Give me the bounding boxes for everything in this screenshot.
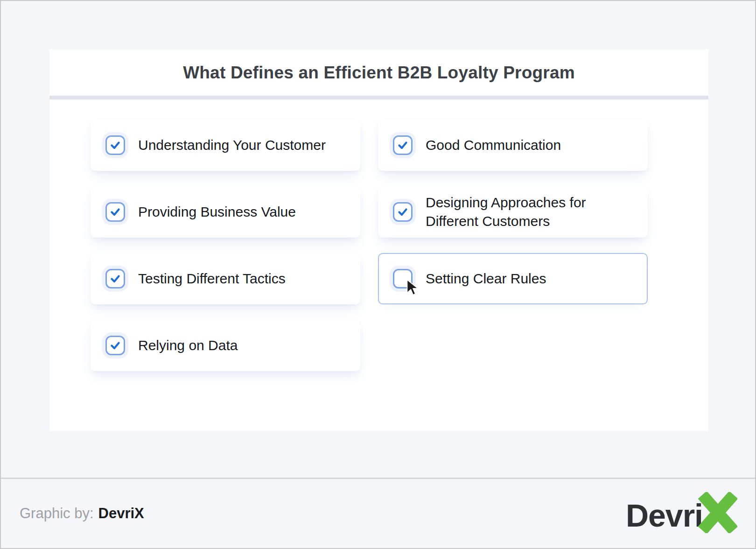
checklist-item-setting-clear-rules[interactable]: Setting Clear Rules xyxy=(378,253,648,304)
checkbox[interactable] xyxy=(105,336,125,355)
item-label: Setting Clear Rules xyxy=(426,269,546,288)
item-label: Understanding Your Customer xyxy=(138,136,326,155)
item-label: Providing Business Value xyxy=(138,203,296,221)
checklist-grid: Understanding Your Customer Providing Bu… xyxy=(49,99,708,371)
card-header: What Defines an Efficient B2B Loyalty Pr… xyxy=(49,49,708,99)
checkbox[interactable] xyxy=(105,135,125,155)
checklist-item-designing-approaches[interactable]: Designing Approaches for Different Custo… xyxy=(378,186,648,238)
credit-name: DevriX xyxy=(98,505,144,521)
item-label: Designing Approaches for Different Custo… xyxy=(426,193,630,231)
checklist-item-relying-on-data[interactable]: Relying on Data xyxy=(91,320,360,371)
item-label: Relying on Data xyxy=(138,336,238,355)
brand-logo-x-icon xyxy=(698,492,737,533)
item-label: Testing Different Tactics xyxy=(138,269,286,288)
checklist-item-good-communication[interactable]: Good Communication xyxy=(378,120,648,171)
checkmark-icon xyxy=(109,206,121,218)
checkbox[interactable] xyxy=(393,202,413,222)
brand-logo-text: Devri xyxy=(626,500,703,531)
checkmark-icon xyxy=(109,139,121,151)
main-card: What Defines an Efficient B2B Loyalty Pr… xyxy=(49,49,708,431)
checkbox[interactable] xyxy=(393,269,413,289)
checklist-item-providing-business-value[interactable]: Providing Business Value xyxy=(91,186,360,238)
credit-line: Graphic by:DevriX xyxy=(20,505,144,522)
checklist-column-right: Good Communication Designing Approaches … xyxy=(378,120,648,371)
checkmark-icon xyxy=(397,206,409,218)
checkbox[interactable] xyxy=(393,135,413,155)
checklist-item-testing-different-tactics[interactable]: Testing Different Tactics xyxy=(91,253,360,304)
infographic-frame: What Defines an Efficient B2B Loyalty Pr… xyxy=(0,0,756,549)
checkbox[interactable] xyxy=(105,202,125,222)
checkbox[interactable] xyxy=(105,269,125,289)
checkmark-icon xyxy=(109,273,121,285)
item-label: Good Communication xyxy=(426,136,561,155)
brand-logo: Devri xyxy=(626,493,737,534)
checkmark-icon xyxy=(109,339,121,352)
checkmark-icon xyxy=(397,139,409,151)
checklist-column-left: Understanding Your Customer Providing Bu… xyxy=(91,120,360,371)
page-title: What Defines an Efficient B2B Loyalty Pr… xyxy=(183,63,575,83)
footer: Graphic by:DevriX Devri xyxy=(1,478,755,548)
checklist-item-understanding-your-customer[interactable]: Understanding Your Customer xyxy=(91,120,360,171)
credit-prefix: Graphic by: xyxy=(20,505,94,521)
